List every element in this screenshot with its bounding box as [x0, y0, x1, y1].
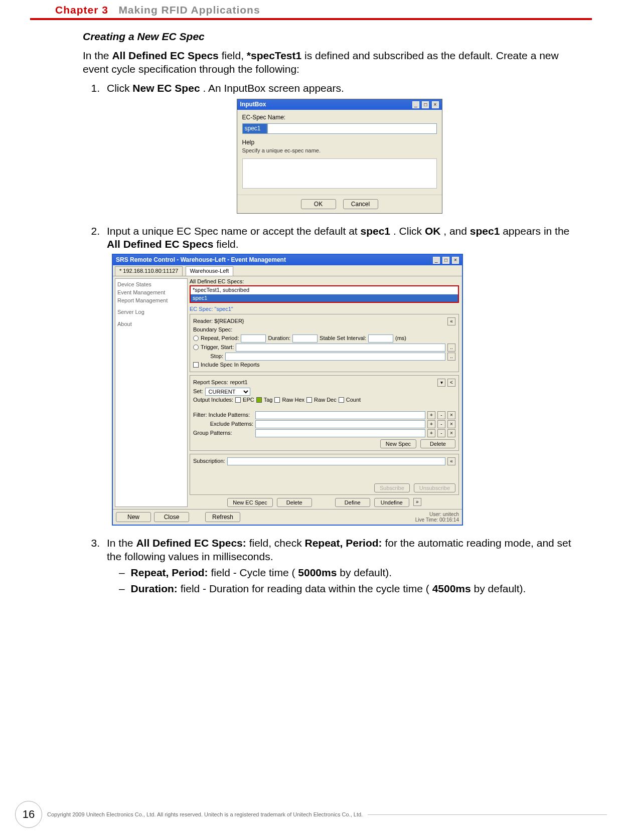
plus-icon[interactable]: + — [427, 429, 435, 437]
x-icon[interactable]: × — [447, 429, 455, 437]
step-number: 2. — [83, 225, 107, 533]
minimize-icon[interactable]: _ — [433, 257, 440, 264]
list-item[interactable]: *specTest1, subscribed — [191, 286, 458, 294]
delete-button[interactable]: Delete — [277, 498, 312, 507]
minus-icon[interactable]: - — [437, 411, 445, 419]
include-spec-checkbox[interactable] — [193, 362, 199, 368]
ellipsis-icon[interactable]: .. — [447, 353, 455, 361]
text-bold: Duration: — [131, 583, 178, 594]
chapter-header: Chapter 3 Making RFID Applications — [30, 0, 592, 18]
ellipsis-icon[interactable]: .. — [447, 344, 455, 352]
help-label: Help — [242, 139, 437, 146]
ok-button[interactable]: OK — [301, 199, 336, 209]
tag-label: Tag — [264, 397, 273, 404]
cancel-button[interactable]: Cancel — [343, 199, 378, 209]
group-input[interactable] — [255, 429, 425, 437]
x-icon[interactable]: × — [447, 420, 455, 428]
minimize-icon[interactable]: _ — [412, 101, 419, 108]
collapse-icon[interactable]: « — [447, 457, 455, 465]
plus-icon[interactable]: + — [427, 420, 435, 428]
maximize-icon[interactable]: □ — [422, 101, 429, 108]
report-specs-value: report1 — [230, 379, 435, 386]
output-includes-label: Output Includes: — [193, 397, 233, 404]
subscription-input[interactable] — [227, 457, 445, 465]
maximize-icon[interactable]: □ — [442, 257, 449, 264]
trigger-start-input[interactable] — [236, 344, 445, 352]
text: appears in the — [503, 225, 569, 237]
unsubscribe-button[interactable]: Unsubscribe — [414, 483, 455, 492]
nav-about[interactable]: About — [117, 320, 185, 328]
text: field, check — [249, 537, 305, 549]
undefine-button[interactable]: Undefine — [374, 498, 409, 507]
sub-item: – Repeat, Period: field - Cycle time ( 5… — [119, 566, 572, 579]
nav-device-states[interactable]: Device States — [117, 281, 185, 289]
tab-ip[interactable]: * 192.168.110.80:11127 — [115, 266, 183, 276]
filter-include-input[interactable] — [255, 411, 425, 419]
exclude-input[interactable] — [255, 420, 425, 428]
close-button[interactable]: Close — [154, 512, 189, 522]
copyright-text: Copyright 2009 Unitech Electronics Co., … — [47, 811, 363, 817]
text-bold: Repeat, Period: — [131, 567, 208, 578]
collapse-icon[interactable]: « — [447, 317, 455, 325]
text-bold: All Defined EC Specs — [112, 50, 218, 61]
define-button[interactable]: Define — [335, 498, 370, 507]
ec-spec-header: EC Spec: "spec1" — [190, 306, 459, 313]
boundary-label: Boundary Spec: — [193, 326, 455, 333]
rawhex-checkbox[interactable] — [274, 397, 280, 403]
epc-checkbox[interactable] — [235, 397, 241, 403]
delete-button[interactable]: Delete — [420, 439, 455, 448]
text: field, — [222, 50, 247, 61]
new-ec-spec-button[interactable]: New EC Spec — [227, 498, 272, 507]
text: In the — [83, 50, 112, 61]
more-icon[interactable]: » — [413, 498, 421, 506]
collapse-icon[interactable]: < — [447, 379, 455, 387]
new-button[interactable]: New — [116, 512, 151, 522]
x-icon[interactable]: × — [447, 411, 455, 419]
duration-input[interactable] — [292, 334, 318, 343]
tab-warehouse[interactable]: Warehouse-Left — [186, 266, 234, 276]
minus-icon[interactable]: - — [437, 429, 445, 437]
list-item-selected[interactable]: spec1 — [191, 294, 458, 302]
intro-paragraph: In the All Defined EC Specs field, *spec… — [83, 49, 572, 76]
rawdec-label: Raw Dec — [314, 397, 337, 404]
all-defined-list[interactable]: *specTest1, subscribed spec1 — [190, 285, 459, 303]
text-bold: *specTest1 — [247, 50, 301, 61]
ec-spec-name-input[interactable]: spec1 — [242, 123, 267, 134]
rawdec-checkbox[interactable] — [306, 397, 312, 403]
repeat-period-radio[interactable] — [193, 335, 199, 341]
nav-event-management[interactable]: Event Management — [117, 289, 185, 297]
text: field. — [216, 238, 238, 250]
text: . An InputBox screen appears. — [203, 82, 344, 94]
duration-label: Duration: — [268, 335, 290, 342]
set-select[interactable]: CURRENT — [205, 388, 250, 396]
dropdown-icon[interactable]: ▾ — [437, 379, 445, 387]
ec-spec-name-input-rest[interactable] — [267, 123, 437, 134]
repeat-period-input[interactable] — [241, 334, 266, 343]
text-bold: All Defined EC Specs: — [136, 537, 246, 549]
subscribe-button[interactable]: Subscribe — [374, 483, 410, 492]
trigger-start-radio[interactable] — [193, 345, 199, 350]
sub-item: – Duration: field - Duration for reading… — [119, 582, 572, 595]
close-icon[interactable]: × — [432, 101, 439, 108]
step-1: 1. Click New EC Spec . An InputBox scree… — [83, 82, 572, 221]
step-number: 3. — [83, 537, 107, 598]
stop-input[interactable] — [225, 353, 445, 361]
minus-icon[interactable]: - — [437, 420, 445, 428]
help-textarea[interactable] — [242, 158, 437, 189]
count-checkbox[interactable] — [339, 397, 344, 403]
epc-label: EPC — [243, 397, 254, 404]
plus-icon[interactable]: + — [427, 411, 435, 419]
dash-icon: – — [119, 567, 128, 578]
close-icon[interactable]: × — [452, 257, 459, 264]
stable-set-input[interactable] — [368, 334, 393, 343]
repeat-period-label: Repeat, Period: — [201, 335, 239, 342]
text: . Click — [393, 225, 425, 237]
srs-tabs: * 192.168.110.80:11127 Warehouse-Left — [113, 265, 462, 276]
nav-report-management[interactable]: Report Management — [117, 297, 185, 305]
refresh-button[interactable]: Refresh — [205, 512, 240, 522]
ec-spec-name-label: EC-Spec Name: — [242, 114, 437, 121]
new-spec-button[interactable]: New Spec — [380, 439, 416, 448]
tag-checkbox[interactable] — [256, 397, 262, 403]
set-label: Set: — [193, 388, 203, 395]
nav-server-log[interactable]: Server Log — [117, 308, 185, 316]
